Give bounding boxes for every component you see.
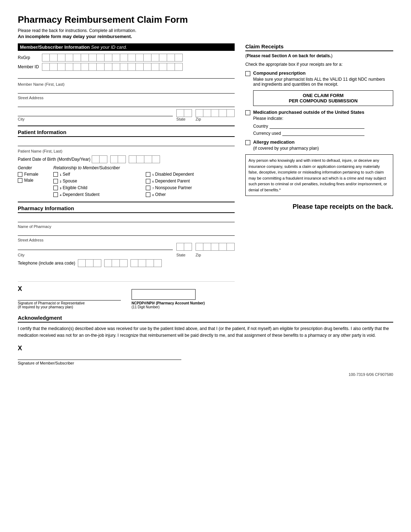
member-id-box-18[interactable] bbox=[175, 63, 183, 71]
member-id-box-12[interactable] bbox=[128, 63, 136, 71]
member-state-box-2[interactable] bbox=[184, 109, 192, 117]
rel-6-checkbox[interactable] bbox=[146, 179, 150, 183]
rxgrp-box-12[interactable] bbox=[128, 54, 136, 62]
rxgrp-box-9[interactable] bbox=[105, 54, 112, 62]
dob-d2[interactable] bbox=[118, 155, 126, 163]
pharmacist-sig-line[interactable] bbox=[18, 293, 121, 300]
rel-8-checkbox[interactable] bbox=[146, 192, 150, 197]
rxgrp-box-15[interactable] bbox=[151, 54, 159, 62]
member-id-box-3[interactable] bbox=[58, 63, 65, 71]
tel-area-boxes bbox=[78, 259, 101, 267]
rxgrp-box-5[interactable] bbox=[73, 54, 81, 62]
member-id-box-15[interactable] bbox=[151, 63, 159, 71]
dob-y3[interactable] bbox=[144, 155, 152, 163]
member-zip-box-3[interactable] bbox=[211, 109, 219, 117]
tel-pre-3[interactable] bbox=[120, 259, 128, 267]
rxgrp-box-6[interactable] bbox=[81, 54, 89, 62]
member-id-box-10[interactable] bbox=[112, 63, 120, 71]
member-zip-part: Zip bbox=[196, 109, 235, 122]
form-title: Pharmacy Reimbursement Claim Form bbox=[18, 14, 393, 25]
ncpdp-input-box[interactable] bbox=[132, 289, 196, 300]
member-zip-box-2[interactable] bbox=[203, 109, 211, 117]
pharmacy-zip-box-3[interactable] bbox=[211, 243, 219, 251]
pharmacy-zip-box-5[interactable] bbox=[227, 243, 235, 251]
rxgrp-box-8[interactable] bbox=[97, 54, 105, 62]
dob-m1[interactable] bbox=[92, 155, 100, 163]
pharmacy-street-label: Street Address bbox=[18, 238, 235, 242]
member-id-box-7[interactable] bbox=[89, 63, 97, 71]
rxgrp-box-4[interactable] bbox=[65, 54, 73, 62]
rxgrp-box-2[interactable] bbox=[50, 54, 58, 62]
country-input[interactable] bbox=[269, 123, 364, 129]
rel-3-checkbox[interactable] bbox=[53, 186, 58, 190]
rxgrp-box-17[interactable] bbox=[167, 54, 175, 62]
pharmacy-zip-box-4[interactable] bbox=[219, 243, 227, 251]
rel-2-checkbox[interactable] bbox=[53, 179, 58, 183]
rxgrp-box-11[interactable] bbox=[120, 54, 128, 62]
rxgrp-box-10[interactable] bbox=[112, 54, 120, 62]
member-id-box-6[interactable] bbox=[81, 63, 89, 71]
member-id-box-1[interactable] bbox=[42, 63, 50, 71]
tel-pre-2[interactable] bbox=[112, 259, 120, 267]
member-id-box-13[interactable] bbox=[136, 63, 144, 71]
tel-area-1[interactable] bbox=[78, 259, 86, 267]
compound-checkbox[interactable] bbox=[245, 71, 250, 76]
member-id-box-16[interactable] bbox=[159, 63, 167, 71]
tel-pre-1[interactable] bbox=[104, 259, 112, 267]
pharmacy-state-box-1[interactable] bbox=[176, 243, 184, 251]
pharmacy-street-input[interactable] bbox=[18, 244, 173, 250]
rxgrp-box-13[interactable] bbox=[136, 54, 144, 62]
rxgrp-box-3[interactable] bbox=[58, 54, 65, 62]
tel-num-2[interactable] bbox=[138, 259, 146, 267]
pharmacy-zip-box-2[interactable] bbox=[203, 243, 211, 251]
rel-7-checkbox[interactable] bbox=[146, 186, 150, 190]
rel-5-checkbox[interactable] bbox=[146, 172, 150, 177]
dob-y2[interactable] bbox=[137, 155, 144, 163]
dob-d1[interactable] bbox=[110, 155, 118, 163]
member-state-box-1[interactable] bbox=[176, 109, 184, 117]
currency-input[interactable] bbox=[282, 130, 364, 136]
rxgrp-box-14[interactable] bbox=[144, 54, 151, 62]
tel-num-1[interactable] bbox=[130, 259, 138, 267]
member-id-box-17[interactable] bbox=[167, 63, 175, 71]
pharmacy-zip-box-1[interactable] bbox=[196, 243, 203, 251]
rxgrp-box-7[interactable] bbox=[89, 54, 97, 62]
member-id-input-line[interactable] bbox=[18, 72, 235, 79]
member-zip-box-4[interactable] bbox=[219, 109, 227, 117]
member-id-box-2[interactable] bbox=[50, 63, 58, 71]
gender-male-checkbox[interactable] bbox=[18, 178, 22, 183]
tel-area-3[interactable] bbox=[94, 259, 101, 267]
medication-outside-checkbox[interactable] bbox=[245, 110, 250, 115]
member-sig-line[interactable] bbox=[18, 353, 181, 360]
member-id-box-9[interactable] bbox=[105, 63, 112, 71]
member-city-part: City bbox=[18, 110, 173, 122]
rel-1-checkbox[interactable] bbox=[53, 172, 58, 177]
member-city-input[interactable] bbox=[18, 110, 173, 116]
member-id-box-14[interactable] bbox=[144, 63, 151, 71]
member-name-input[interactable] bbox=[18, 87, 235, 94]
pharmacy-top-line[interactable] bbox=[18, 216, 235, 222]
member-id-box-4[interactable] bbox=[65, 63, 73, 71]
member-id-box-11[interactable] bbox=[120, 63, 128, 71]
rxgrp-box-1[interactable] bbox=[42, 54, 50, 62]
pharmacy-name-input[interactable] bbox=[18, 229, 235, 236]
rel-4-checkbox[interactable] bbox=[53, 192, 58, 197]
gender-female-checkbox[interactable] bbox=[18, 172, 22, 177]
dob-y1[interactable] bbox=[129, 155, 137, 163]
pharmacy-state-box-2[interactable] bbox=[184, 243, 192, 251]
allergy-checkbox[interactable] bbox=[245, 140, 250, 145]
member-zip-box-1[interactable] bbox=[196, 109, 203, 117]
tel-num-3[interactable] bbox=[146, 259, 154, 267]
dob-y4[interactable] bbox=[152, 155, 160, 163]
dob-m2[interactable] bbox=[100, 155, 107, 163]
member-id-box-8[interactable] bbox=[97, 63, 105, 71]
patient-section-top-line[interactable] bbox=[18, 140, 235, 146]
tel-area-2[interactable] bbox=[86, 259, 94, 267]
member-street-input[interactable] bbox=[18, 101, 235, 107]
member-id-box-5[interactable] bbox=[73, 63, 81, 71]
rxgrp-box-16[interactable] bbox=[159, 54, 167, 62]
tel-num-4[interactable] bbox=[154, 259, 162, 267]
pharmacy-divider bbox=[18, 202, 235, 202]
member-zip-box-5[interactable] bbox=[227, 109, 235, 117]
rxgrp-box-18[interactable] bbox=[175, 54, 183, 62]
